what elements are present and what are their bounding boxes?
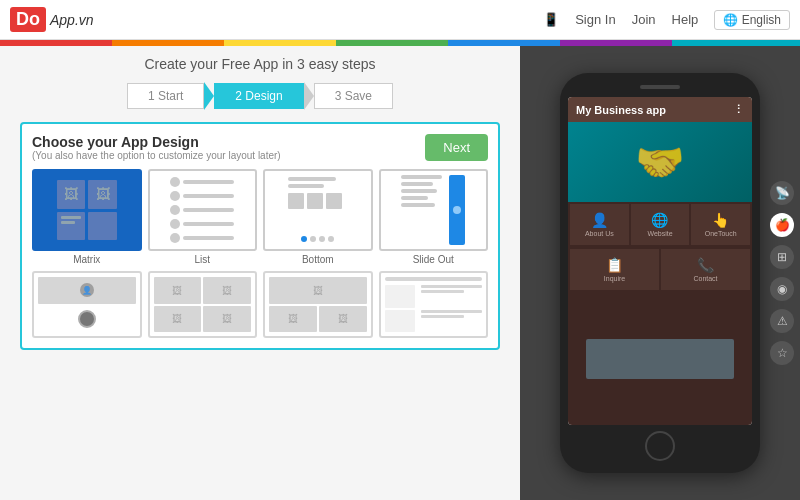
slideout-sidebar bbox=[449, 175, 465, 245]
side-icon-windows[interactable]: ⊞ bbox=[770, 245, 794, 269]
bottom-nav-dots bbox=[286, 233, 350, 245]
bottom-preview-inner bbox=[286, 175, 350, 245]
list-preview-inner bbox=[170, 177, 234, 243]
onetouch-icon: 👆 bbox=[712, 212, 729, 228]
thumb-row-2: 🖼 🖼 bbox=[154, 306, 252, 333]
about-us-label: About Us bbox=[585, 230, 614, 237]
layout-list-item[interactable] bbox=[148, 169, 258, 251]
side-icon-star[interactable]: ☆ bbox=[770, 341, 794, 365]
layout-bottom-item[interactable] bbox=[263, 169, 373, 251]
design-panel-title: Choose your App Design (You also have th… bbox=[32, 134, 281, 161]
menu-icon[interactable]: ⋮ bbox=[733, 103, 744, 116]
thumb-row-1: 🖼 🖼 bbox=[154, 277, 252, 304]
inquire-label: Inquire bbox=[604, 275, 625, 282]
steps-indicator: 1 Start 2 Design 3 Save bbox=[20, 82, 500, 110]
nav-dot-2 bbox=[319, 236, 325, 242]
design-title: Choose your App Design bbox=[32, 134, 281, 150]
side-icon-warning[interactable]: ⚠ bbox=[770, 309, 794, 333]
hero-hand: 🤝 bbox=[635, 139, 685, 186]
app-btn-about[interactable]: 👤 About Us bbox=[570, 204, 629, 245]
logo: Do App.vn bbox=[10, 7, 94, 32]
phone-bottom-area bbox=[568, 292, 752, 425]
step-save[interactable]: 3 Save bbox=[314, 83, 393, 109]
thumb-row-3: 🖼 bbox=[269, 277, 367, 304]
top-navigation: Do App.vn 📱 Sign In Join Help 🌐 English bbox=[0, 0, 800, 40]
thumb-cell-7: 🖼 bbox=[319, 306, 367, 333]
app-btn-onetouch[interactable]: 👆 OneTouch bbox=[691, 204, 750, 245]
layout-slideout-item[interactable] bbox=[379, 169, 489, 251]
step-connector-1 bbox=[204, 82, 214, 110]
layout-matrix-item[interactable]: 🖼 🖼 bbox=[32, 169, 142, 251]
main-content: Create your Free App in 3 easy steps 1 S… bbox=[0, 46, 800, 500]
sign-in-link[interactable]: Sign In bbox=[575, 12, 615, 27]
left-panel: Create your Free App in 3 easy steps 1 S… bbox=[0, 46, 520, 500]
layout-bottom-label: Bottom bbox=[263, 254, 373, 265]
phone-speaker bbox=[640, 85, 680, 89]
layout-slideout-label: Slide Out bbox=[379, 254, 489, 265]
app-btn-website[interactable]: 🌐 Website bbox=[631, 204, 690, 245]
nav-dot-3 bbox=[328, 236, 334, 242]
matrix-cell-3 bbox=[57, 212, 86, 241]
page-title: Create your Free App in 3 easy steps bbox=[20, 56, 500, 72]
side-icon-android[interactable]: ◉ bbox=[770, 277, 794, 301]
list-row-4 bbox=[170, 219, 234, 229]
next-button[interactable]: Next bbox=[425, 134, 488, 161]
design-panel-header: Choose your App Design (You also have th… bbox=[32, 134, 488, 161]
thumb-row-5 bbox=[385, 285, 483, 308]
layout-bottom[interactable]: Bottom bbox=[263, 169, 373, 265]
design-subtitle: (You also have the option to customize y… bbox=[32, 150, 281, 161]
nav-dot-1 bbox=[310, 236, 316, 242]
layout-matrix[interactable]: 🖼 🖼 Matrix bbox=[32, 169, 142, 265]
layout-list[interactable]: List bbox=[148, 169, 258, 265]
layout-thumb-1[interactable]: 👤 bbox=[32, 271, 142, 338]
step-design[interactable]: 2 Design bbox=[214, 83, 303, 109]
layout-row2: 👤 🖼 🖼 � bbox=[32, 271, 488, 338]
thumb-cell-6: 🖼 bbox=[269, 306, 317, 333]
layout-thumb-3[interactable]: 🖼 🖼 🖼 bbox=[263, 271, 373, 338]
android-icon: ◉ bbox=[777, 282, 787, 296]
device-icon: 📱 bbox=[543, 12, 559, 27]
bottom-preview bbox=[269, 175, 367, 245]
phone-device: My Business app ⋮ 🤝 👤 About Us 🌐 Website bbox=[560, 73, 760, 473]
list-row-1 bbox=[170, 177, 234, 187]
layout-slideout[interactable]: Slide Out bbox=[379, 169, 489, 265]
help-link[interactable]: Help bbox=[672, 12, 699, 27]
matrix-cell-4 bbox=[88, 212, 117, 241]
star-icon: ☆ bbox=[777, 346, 788, 360]
layout-matrix-label: Matrix bbox=[32, 254, 142, 265]
apple-icon: 🍎 bbox=[775, 218, 790, 232]
bottom-content bbox=[286, 175, 350, 231]
website-icon: 🌐 bbox=[651, 212, 668, 228]
windows-icon: ⊞ bbox=[777, 250, 787, 264]
layout-thumb-2[interactable]: 🖼 🖼 🖼 🖼 bbox=[148, 271, 258, 338]
contact-icon: 📞 bbox=[697, 257, 714, 273]
side-icon-apple[interactable]: 🍎 bbox=[770, 213, 794, 237]
side-icon-wifi[interactable]: 📡 bbox=[770, 181, 794, 205]
app-btn-inquire[interactable]: 📋 Inquire bbox=[570, 249, 659, 290]
app-btn-contact[interactable]: 📞 Contact bbox=[661, 249, 750, 290]
logo-do: Do bbox=[10, 7, 46, 32]
layout-list-label: List bbox=[148, 254, 258, 265]
nav-dot-active bbox=[301, 236, 307, 242]
right-panel: My Business app ⋮ 🤝 👤 About Us 🌐 Website bbox=[520, 46, 800, 500]
contact-label: Contact bbox=[693, 275, 717, 282]
language-selector[interactable]: 🌐 English bbox=[714, 10, 790, 30]
logo-text: App.vn bbox=[50, 12, 94, 28]
list-row-2 bbox=[170, 191, 234, 201]
step-start[interactable]: 1 Start bbox=[127, 83, 204, 109]
phone-home-button[interactable] bbox=[645, 431, 675, 461]
nav-right: 📱 Sign In Join Help 🌐 English bbox=[543, 10, 790, 30]
step-connector-2 bbox=[304, 82, 314, 110]
phone-screen: My Business app ⋮ 🤝 👤 About Us 🌐 Website bbox=[568, 97, 752, 425]
list-preview bbox=[154, 175, 252, 245]
onetouch-label: OneTouch bbox=[705, 230, 737, 237]
join-link[interactable]: Join bbox=[632, 12, 656, 27]
thumb-cell-1: 🖼 bbox=[154, 277, 202, 304]
app-buttons-row2: 📋 Inquire 📞 Contact bbox=[568, 247, 752, 292]
matrix-cell-1: 🖼 bbox=[57, 180, 86, 209]
app-hero: 🤝 bbox=[568, 122, 752, 202]
matrix-preview: 🖼 🖼 bbox=[38, 175, 136, 245]
phone-promo-image bbox=[586, 339, 733, 379]
layout-thumb-4[interactable] bbox=[379, 271, 489, 338]
thumb-cell-2: 🖼 bbox=[203, 277, 251, 304]
